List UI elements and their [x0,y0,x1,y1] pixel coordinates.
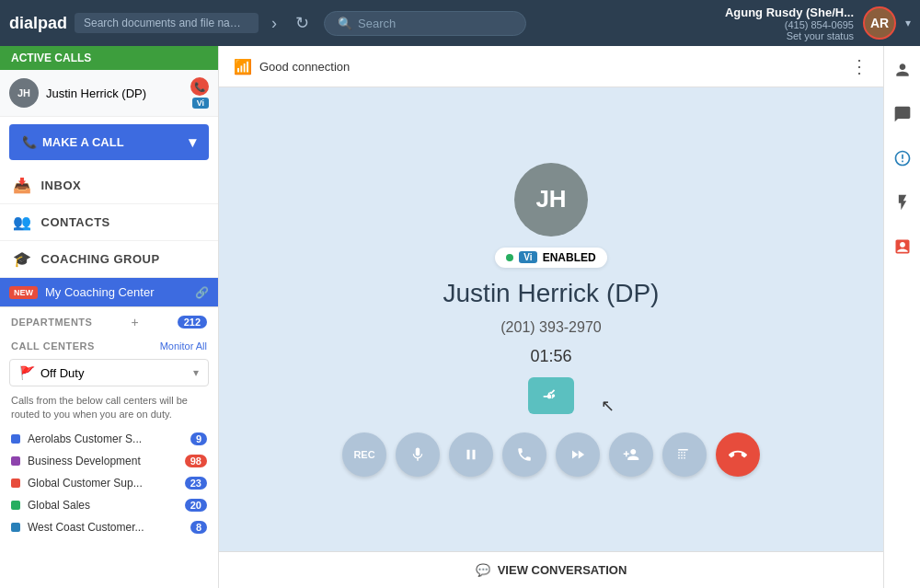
sidebar-item-coaching-group[interactable]: 🎓 COACHING GROUP [0,241,218,278]
user-info: Agung Rusdy (She/H... (415) 854-0695 Set… [725,6,911,41]
nav-forward-button[interactable]: › [266,10,282,37]
vi-badge: Vi [192,98,209,109]
departments-add-button[interactable]: + [131,315,138,329]
call-timer: 01:56 [530,347,571,366]
caller-name: Justin Herrick (DP) [443,279,660,308]
departments-row: DEPARTMENTS + 212 [0,307,218,337]
cc-count-badge: 20 [185,499,207,512]
cc-color-dot [11,523,20,532]
mute-button[interactable] [396,432,440,477]
cc-color-dot [11,501,20,510]
user-status[interactable]: Set your status [725,30,854,41]
cc-name: Aerolabs Customer S... [28,432,183,445]
more-options-icon[interactable]: ⋮ [850,55,868,77]
hang-up-icon [729,445,747,464]
vi-enabled-text: ENABLED [543,251,596,264]
connection-bar: 📶 Good connection ⋮ [219,46,883,87]
record-button[interactable]: REC [342,432,386,477]
cc-name: West Coast Customer... [28,521,183,534]
pause-icon [463,446,479,463]
right-icons-bar [883,46,920,588]
call-center-content: JH Vi ENABLED Justin Herrick (DP) (201) … [219,87,883,551]
right-icon-chat[interactable] [888,99,917,129]
vi-active-dot [506,254,513,261]
search-input[interactable] [358,17,512,30]
forward-button[interactable] [556,432,600,477]
vi-label: Vi [519,251,536,263]
cc-color-dot [11,478,20,488]
connection-status: 📶 Good connection [234,58,350,75]
inbox-icon: 📥 [13,177,32,194]
connection-status-text: Good connection [259,60,350,74]
vi-enabled-badge: Vi ENABLED [495,248,606,268]
departments-label: DEPARTMENTS [11,317,92,328]
chat-icon: 💬 [476,563,490,577]
mute-icon [409,446,426,463]
off-duty-text: Off Duty [40,366,188,380]
active-call-badges: 📞 Vi [190,77,209,109]
pause-button[interactable] [449,432,493,477]
new-badge: NEW [9,286,38,299]
contacts-label: CONTACTS [41,215,110,229]
cc-color-dot [11,434,20,444]
add-user-icon [623,446,639,463]
cc-count-badge: 98 [185,455,207,467]
app-logo: dialpad [9,14,67,33]
search-bar[interactable]: 🔍 [324,11,526,36]
inbox-label: INBOX [41,179,82,192]
list-item[interactable]: Global Customer Sup... 23 [0,472,218,494]
transfer-call-button[interactable] [502,432,546,477]
cc-count-badge: 23 [185,477,207,490]
off-duty-dropdown[interactable]: 🚩 Off Duty ▾ [9,359,209,386]
hang-up-button[interactable] [716,432,760,477]
chevron-down-icon: ▾ [193,366,199,379]
right-icon-user[interactable] [888,55,917,85]
my-coaching-center-label: My Coaching Center [45,285,188,299]
my-coaching-center[interactable]: NEW My Coaching Center 🔗 [0,278,218,307]
chevron-down-icon[interactable]: ▾ [905,17,911,29]
transfer-button[interactable] [528,377,574,414]
cc-name: Global Customer Sup... [28,477,178,490]
main-layout: Active Calls JH Justin Herrick (DP) 📞 Vi… [0,46,920,588]
make-a-call-button[interactable]: 📞 MAKE A CALL ▾ [9,124,209,160]
list-item[interactable]: Business Development 98 [0,450,218,472]
keypad-icon [676,446,693,463]
active-call-item[interactable]: JH Justin Herrick (DP) 📞 Vi [0,70,218,117]
right-icon-circle[interactable] [888,144,917,173]
cc-name: Global Sales [28,499,178,512]
scissors-icon [542,386,560,405]
coaching-icon: 🎓 [13,250,32,268]
call-controls: REC [342,432,760,477]
refresh-button[interactable]: ↻ [288,9,316,37]
view-conversation-label: VIEW CONVERSATION [498,563,627,577]
caller-phone: (201) 393-2970 [500,319,601,336]
active-call-avatar: JH [9,78,39,108]
external-link-icon: 🔗 [195,286,209,299]
monitor-all-link[interactable]: Monitor All [160,340,207,352]
view-conversation-bar[interactable]: 💬 VIEW CONVERSATION [219,551,883,588]
keypad-button[interactable] [662,432,707,477]
signal-icon: 📶 [234,58,252,75]
sidebar-item-contacts[interactable]: 👥 CONTACTS [0,204,218,241]
transfer-icon [516,446,533,463]
phone-icon: 📞 [22,135,37,149]
make-call-label: MAKE A CALL [42,135,124,149]
add-user-button[interactable] [609,432,653,477]
list-item[interactable]: West Coast Customer... 8 [0,516,218,538]
breadcrumb: Search documents and file names for text [75,13,259,33]
right-icon-red[interactable] [888,232,917,261]
user-name: Agung Rusdy (She/H... [725,6,854,19]
sidebar-item-inbox[interactable]: 📥 INBOX [0,167,218,204]
avatar[interactable]: AR [863,6,896,40]
cc-count-badge: 9 [190,432,207,445]
chevron-down-icon: ▾ [189,133,196,151]
nav-controls: › ↻ [266,9,316,37]
right-icon-lightning[interactable] [888,188,917,217]
call-end-icon: 📞 [190,77,209,96]
cc-count-badge: 8 [190,521,207,534]
list-item[interactable]: Aerolabs Customer S... 9 [0,428,218,450]
departments-count-badge: 212 [178,316,207,329]
list-item[interactable]: Global Sales 20 [0,494,218,516]
user-details: Agung Rusdy (She/H... (415) 854-0695 Set… [725,6,854,41]
cc-name: Business Development [28,455,178,467]
